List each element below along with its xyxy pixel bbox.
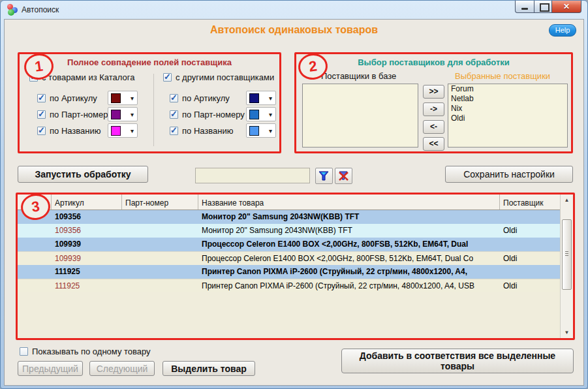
color-dropdown-name-suppliers[interactable]: [246, 123, 276, 138]
maximize-button[interactable]: [534, 1, 552, 13]
table-row[interactable]: 111925 Принтер Canon PIXMA iP-2600 (Стру…: [18, 265, 560, 279]
header-article[interactable]: Артикул: [52, 194, 122, 210]
color-swatch: [111, 93, 121, 103]
cell-article: 111925: [52, 265, 122, 279]
filter-clear-button[interactable]: [335, 168, 352, 184]
cell-name: Процессор Celeron E1400 BOX <2,00GHz, 80…: [198, 238, 500, 251]
panel-supplier-selection: Выбор поставщиков для обработки Поставщи…: [294, 52, 573, 153]
cell-supplier: [500, 265, 560, 279]
cell-partnumber: [122, 210, 198, 224]
cell-partnumber: [122, 224, 198, 238]
checkbox-icon[interactable]: [170, 110, 178, 119]
checkbox-by-partnumber-catalog[interactable]: по Парт-номеру: [37, 107, 112, 121]
add-matches-button[interactable]: Добавить в соответствия все выделенные т…: [341, 349, 574, 373]
supplier-item[interactable]: Forum: [448, 84, 567, 94]
checkbox-by-article-catalog[interactable]: по Артикулу: [37, 91, 97, 105]
move-all-left-button[interactable]: <<: [423, 137, 444, 151]
cell-partnumber: [122, 279, 198, 292]
checkbox-icon[interactable]: [170, 127, 178, 135]
supplier-item[interactable]: Nix: [448, 104, 567, 114]
checkbox-label: по Артикулу: [182, 93, 230, 103]
checkbox-label: по Названию: [182, 126, 234, 136]
filter-apply-button[interactable]: [315, 168, 333, 184]
available-suppliers-list[interactable]: [302, 84, 418, 148]
color-dropdown-article-suppliers[interactable]: [246, 91, 276, 105]
cell-partnumber: [122, 265, 198, 279]
supplier-item[interactable]: Netlab: [448, 94, 567, 104]
selected-suppliers-list[interactable]: ForumNetlabNixOldi: [448, 84, 568, 148]
show-single-item-checkbox[interactable]: Показывать по одному товару: [20, 347, 151, 356]
minimize-button[interactable]: [515, 1, 534, 13]
color-dropdown-article-catalog[interactable]: [108, 91, 138, 105]
cell-article: 109939: [52, 238, 122, 251]
header-supplier[interactable]: Поставщик: [500, 194, 560, 210]
cell-supplier: Oldi: [500, 279, 560, 292]
header-name[interactable]: Название товара: [198, 194, 500, 210]
checkbox-label: с товарами из Каталога: [42, 72, 134, 82]
cell-partnumber: [122, 238, 198, 251]
checkbox-label: по Артикулу: [50, 93, 97, 103]
scrollbar-thumb[interactable]: [562, 219, 572, 290]
color-dropdown-partnumber-catalog[interactable]: [108, 107, 138, 121]
header-partnumber[interactable]: Парт-номер: [122, 194, 198, 210]
table-row[interactable]: 111925 Принтер Canon PIXMA iP-2600 (Стру…: [18, 279, 560, 292]
panel2-title: Выбор поставщиков для обработки: [296, 57, 571, 67]
checkbox-icon[interactable]: [37, 110, 46, 119]
app-icon: [6, 4, 18, 16]
close-button[interactable]: [551, 1, 581, 13]
table-row[interactable]: 109356 Монитор 20" Samsung 2043NW(KBB) T…: [18, 224, 560, 238]
move-right-button[interactable]: ->: [423, 102, 444, 116]
page-title: Автопоиск одинаковых товаров: [5, 24, 583, 36]
panel1-title: Полное совпадение полей поставщика: [20, 57, 279, 67]
color-dropdown-partnumber-suppliers[interactable]: [246, 107, 276, 121]
cell-article: 109356: [52, 224, 122, 238]
row-indicator: [18, 279, 52, 292]
results-grid[interactable]: Артикул Парт-номер Название товара Поста…: [18, 194, 560, 338]
row-indicator: [18, 224, 52, 238]
supplier-item[interactable]: Oldi: [448, 114, 567, 123]
run-processing-button[interactable]: Запустить обработку: [18, 166, 148, 183]
results-table-region: Артикул Парт-номер Название товара Поста…: [16, 193, 575, 340]
table-row[interactable]: 109939 Процессор Celeron E1400 BOX <2,00…: [18, 238, 560, 251]
checkbox-label: с другими поставщиками: [176, 72, 274, 82]
cell-name: Процессор Celeron E1400 BOX <2,00GHz, 80…: [198, 252, 500, 265]
color-swatch: [249, 110, 259, 119]
help-button[interactable]: Help: [549, 24, 576, 37]
title-bar[interactable]: Автопоиск: [1, 1, 587, 19]
checkbox-other-suppliers[interactable]: с другими поставщиками: [163, 70, 274, 84]
color-dropdown-name-catalog[interactable]: [108, 123, 138, 138]
checkbox-by-partnumber-suppliers[interactable]: по Парт-номеру: [170, 107, 245, 121]
table-header: Артикул Парт-номер Название товара Поста…: [18, 194, 560, 210]
scroll-down-icon[interactable]: [561, 327, 573, 338]
checkbox-icon[interactable]: [37, 94, 46, 102]
select-item-button[interactable]: Выделить товар: [162, 361, 255, 376]
checkbox-icon[interactable]: [20, 347, 28, 356]
checkbox-icon[interactable]: [170, 94, 178, 102]
scroll-up-icon[interactable]: [561, 194, 573, 206]
table-body: 109356 Монитор 20" Samsung 2043NW(KBB) T…: [18, 210, 560, 292]
vertical-scrollbar[interactable]: [560, 194, 573, 338]
table-row[interactable]: 109939 Процессор Celeron E1400 BOX <2,00…: [18, 251, 560, 265]
row-indicator: [18, 252, 52, 265]
save-settings-button[interactable]: Сохранить настройки: [445, 166, 573, 183]
selected-suppliers-label: Выбранные поставщики: [455, 71, 550, 81]
checkbox-icon[interactable]: [37, 127, 46, 135]
app-window: Автопоиск Автопоиск одинаковых товаров H…: [0, 0, 588, 389]
filter-input[interactable]: [195, 168, 310, 183]
available-suppliers-label: Поставщики в базе: [321, 71, 396, 81]
checkbox-icon[interactable]: [163, 73, 172, 82]
checkbox-by-name-catalog[interactable]: по Названию: [37, 123, 101, 138]
cell-supplier: [500, 238, 560, 251]
checkbox-label: по Названию: [50, 126, 101, 136]
color-swatch: [249, 126, 259, 136]
table-row[interactable]: 109356 Монитор 20" Samsung 2043NW(KBB) T…: [18, 210, 560, 224]
checkbox-by-name-suppliers[interactable]: по Названию: [170, 123, 234, 138]
cell-name: Принтер Canon PIXMA iP-2600 (Струйный, 2…: [198, 265, 500, 279]
previous-button[interactable]: Предыдущий: [18, 361, 83, 376]
move-left-button[interactable]: <-: [423, 120, 444, 134]
next-button[interactable]: Следующий: [89, 361, 155, 376]
checkbox-by-article-suppliers[interactable]: по Артикулу: [170, 91, 230, 105]
move-all-right-button[interactable]: >>: [423, 85, 444, 99]
cell-supplier: Oldi: [500, 224, 560, 238]
color-swatch: [111, 126, 121, 136]
